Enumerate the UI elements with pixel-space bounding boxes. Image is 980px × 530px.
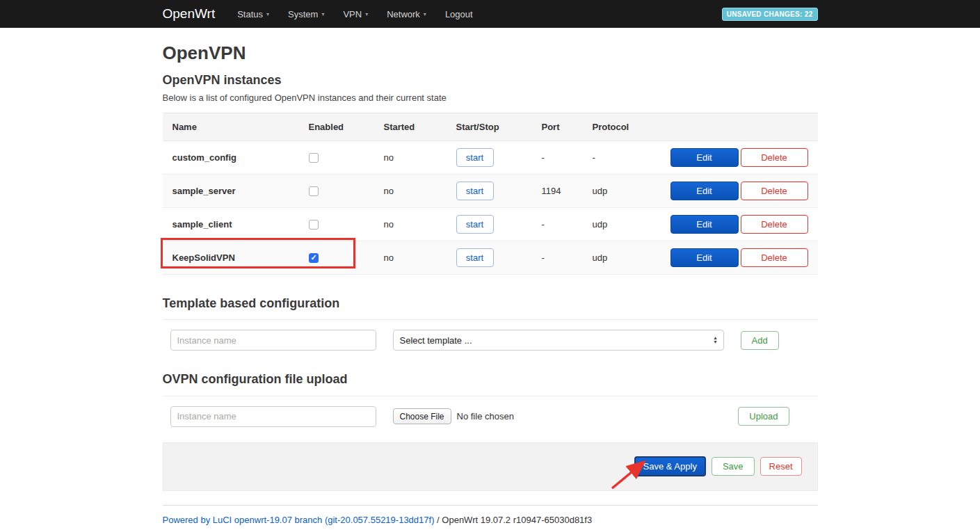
template-config-heading: Template based configuration — [163, 296, 818, 321]
protocol-value: - — [583, 140, 661, 174]
chevron-down-icon: ▾ — [424, 11, 426, 17]
start-button[interactable]: start — [456, 248, 494, 267]
enabled-checkbox[interactable] — [309, 186, 319, 196]
instance-name: custom_config — [163, 140, 299, 174]
started-value: no — [374, 174, 447, 207]
edit-button[interactable]: Edit — [670, 248, 739, 267]
upload-config-row: Choose File No file chosen Upload — [163, 406, 818, 427]
instances-description: Below is a list of configured OpenVPN in… — [163, 93, 818, 103]
nav-item-status[interactable]: Status ▾ — [237, 9, 269, 19]
column-header-enabled: Enabled — [299, 113, 374, 140]
edit-button[interactable]: Edit — [670, 182, 739, 200]
column-header-actions — [661, 113, 818, 140]
nav-item-network[interactable]: Network ▾ — [387, 9, 426, 19]
instance-name: KeepSolidVPN — [163, 241, 299, 274]
protocol-value: udp — [583, 241, 661, 274]
upload-config-heading: OVPN configuration file upload — [163, 371, 818, 396]
delete-button[interactable]: Delete — [741, 248, 808, 267]
nav-item-label: System — [288, 9, 318, 19]
page-footer: Powered by LuCI openwrt-19.07 branch (gi… — [163, 505, 818, 530]
column-header-protocol: Protocol — [583, 113, 661, 140]
table-row: sample_client no start - udp EditDelete — [163, 207, 818, 241]
started-value: no — [374, 241, 447, 274]
instance-name: sample_server — [163, 174, 299, 207]
reset-button[interactable]: Reset — [760, 457, 802, 476]
template-select-value: Select template ... — [400, 335, 472, 346]
file-status-text: No file chosen — [457, 411, 514, 421]
nav-item-label: Status — [237, 9, 263, 19]
edit-button[interactable]: Edit — [670, 215, 739, 234]
column-header-name: Name — [163, 113, 299, 140]
top-navbar: OpenWrt Status ▾ System ▾ VPN ▾ Network … — [0, 0, 980, 28]
table-row: custom_config no start - - EditDelete — [163, 140, 818, 174]
delete-button[interactable]: Delete — [741, 148, 808, 167]
upload-instance-name-input[interactable] — [170, 406, 376, 427]
delete-button[interactable]: Delete — [741, 215, 808, 234]
save-button[interactable]: Save — [712, 457, 755, 476]
main-content: OpenVPN OpenVPN instances Below is a lis… — [163, 42, 818, 530]
started-value: no — [374, 140, 447, 174]
choose-file-button[interactable]: Choose File — [393, 408, 451, 424]
unsaved-changes-badge[interactable]: UNSAVED CHANGES: 22 — [722, 8, 818, 21]
column-header-port: Port — [532, 113, 583, 140]
footer-version-text: / OpenWrt 19.07.2 r10947-65030d81f3 — [434, 515, 592, 525]
start-button[interactable]: start — [456, 215, 494, 234]
luci-footer-link[interactable]: Powered by LuCI openwrt-19.07 branch (gi… — [163, 515, 435, 525]
nav-item-system[interactable]: System ▾ — [288, 9, 324, 19]
nav-item-label: VPN — [343, 9, 362, 19]
nav-item-logout[interactable]: Logout — [445, 9, 473, 19]
upload-button[interactable]: Upload — [738, 407, 789, 426]
port-value: - — [532, 207, 583, 241]
template-instance-name-input[interactable] — [170, 330, 376, 351]
start-button[interactable]: start — [456, 148, 494, 167]
enabled-checkbox[interactable] — [309, 253, 319, 263]
template-select[interactable]: Select template ... ▴▾ — [393, 330, 724, 351]
column-header-startstop: Start/Stop — [447, 113, 532, 140]
port-value: - — [532, 241, 583, 274]
enabled-checkbox[interactable] — [309, 153, 319, 163]
select-arrows-icon: ▴▾ — [714, 336, 716, 344]
instances-heading: OpenVPN instances — [163, 72, 818, 88]
chevron-down-icon: ▾ — [365, 11, 368, 17]
protocol-value: udp — [583, 174, 661, 207]
chevron-down-icon: ▾ — [266, 11, 269, 17]
enabled-checkbox[interactable] — [309, 220, 319, 230]
page-title: OpenVPN — [163, 42, 818, 64]
nav-item-label: Network — [387, 9, 420, 19]
port-value: 1194 — [532, 174, 583, 207]
page-actions-bar: Save & Apply Save Reset — [163, 442, 818, 491]
edit-button[interactable]: Edit — [670, 148, 739, 167]
brand-logo[interactable]: OpenWrt — [163, 6, 216, 22]
table-header-row: Name Enabled Started Start/Stop Port Pro… — [163, 113, 818, 140]
add-button[interactable]: Add — [741, 331, 779, 350]
nav-item-vpn[interactable]: VPN ▾ — [343, 9, 368, 19]
template-config-row: Select template ... ▴▾ Add — [163, 330, 818, 351]
nav-item-label: Logout — [445, 9, 473, 19]
chevron-down-icon: ▾ — [321, 11, 324, 17]
instances-table: Name Enabled Started Start/Stop Port Pro… — [163, 113, 818, 275]
started-value: no — [374, 207, 447, 241]
table-row: sample_server no start 1194 udp EditDele… — [163, 174, 818, 207]
protocol-value: udp — [583, 207, 661, 241]
delete-button[interactable]: Delete — [741, 182, 808, 200]
port-value: - — [532, 140, 583, 174]
start-button[interactable]: start — [456, 182, 494, 200]
save-apply-button[interactable]: Save & Apply — [634, 456, 706, 476]
instance-name: sample_client — [163, 207, 299, 241]
column-header-started: Started — [374, 113, 447, 140]
table-row-highlighted: KeepSolidVPN no start - udp EditDelete — [163, 241, 818, 274]
